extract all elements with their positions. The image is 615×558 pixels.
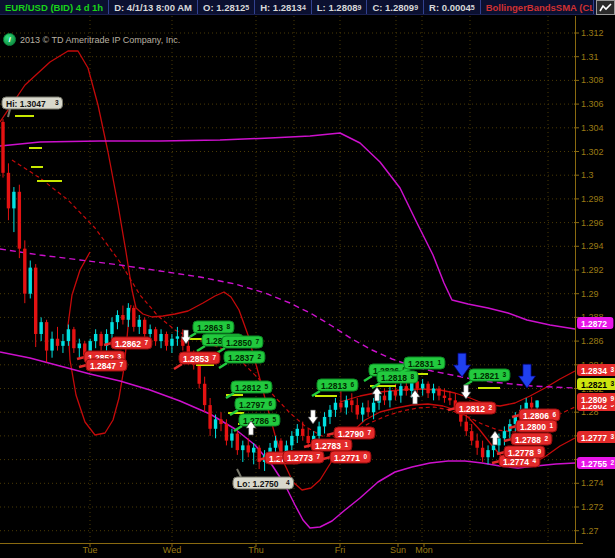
candle-body xyxy=(290,436,293,445)
red-price-label: 1.28001 xyxy=(509,420,557,432)
day-label: Fri xyxy=(335,545,346,555)
candle-body xyxy=(361,407,364,414)
candle-body xyxy=(383,396,386,401)
field-high-label: H: xyxy=(260,2,270,13)
label-text: 1.2812 xyxy=(235,383,261,393)
candle-body xyxy=(132,308,135,327)
green-price-label: 1.28213 xyxy=(464,369,510,386)
price-tick-label: 1.312 xyxy=(581,28,604,38)
axis-bubble-frac: 3 xyxy=(610,380,614,387)
field-high-frac: 4 xyxy=(302,4,306,11)
day-label: Thu xyxy=(248,545,264,555)
label-frac: 3 xyxy=(502,371,506,378)
axis-bubble: 1.28343 xyxy=(577,364,615,376)
red-price-label: 1.27737 xyxy=(276,451,324,463)
candle-body xyxy=(39,322,42,334)
label-tail xyxy=(364,376,372,381)
label-tail xyxy=(197,346,205,351)
label-frac: 4 xyxy=(286,479,290,486)
candle-body xyxy=(405,386,408,391)
label-text: 1.2818 xyxy=(381,373,407,383)
label-text: Lo: 1.2750 xyxy=(237,479,279,489)
candle-body xyxy=(121,315,124,320)
chart-canvas[interactable]: 1.3121.311.3081.3061.3041.3021.31.2981.2… xyxy=(0,0,615,558)
label-frac: 7 xyxy=(144,339,148,346)
candle-body xyxy=(366,407,369,412)
candle-body xyxy=(301,429,304,436)
label-frac: 8 xyxy=(410,373,414,380)
label-text: 1.2862 xyxy=(115,339,141,349)
candle-body xyxy=(116,315,119,322)
green-price-label: 1.28507 xyxy=(217,336,263,353)
field-range-label: R: xyxy=(429,2,439,13)
axis-bubble-text: 1.2821 xyxy=(581,380,607,390)
candle-body xyxy=(208,405,211,429)
candle-body xyxy=(334,403,337,410)
chart-style-button[interactable] xyxy=(596,0,615,15)
green-price-label: 1.28136 xyxy=(312,379,358,396)
price-tick-label: 1.3 xyxy=(581,170,594,180)
price-tick-label: 1.298 xyxy=(581,194,604,204)
label-frac: 5 xyxy=(264,383,268,390)
red-price-label: 1.28122 xyxy=(448,402,496,414)
field-low-frac: 9 xyxy=(357,4,361,11)
field-open-label: O: xyxy=(203,2,214,13)
field-date-label: D: xyxy=(114,2,124,13)
field-high-value: 1.2813 xyxy=(273,2,302,13)
label-frac: 5 xyxy=(272,416,276,423)
candle-body xyxy=(465,422,468,431)
label-frac: 2 xyxy=(488,404,492,411)
candle-body xyxy=(148,329,151,334)
field-close-label: C: xyxy=(372,2,382,13)
label-text: 1.2773 xyxy=(287,453,313,463)
price-tick-label: 1.304 xyxy=(581,123,604,133)
candle-body xyxy=(236,434,239,451)
red-price-label: 1.27789 xyxy=(497,446,545,458)
label-text: 1.2790 xyxy=(338,429,364,439)
candle-body xyxy=(399,386,402,395)
candle-body xyxy=(388,391,391,400)
bollinger-upper-magenta xyxy=(0,133,575,329)
candle-body xyxy=(219,419,222,424)
price-tick-label: 1.296 xyxy=(581,218,604,228)
symbol-label: EUR/USD (BID) 4 d 1h xyxy=(0,0,109,14)
label-frac: 7 xyxy=(316,453,320,460)
label-frac: 7 xyxy=(367,429,371,436)
blue-down-arrow xyxy=(454,353,471,377)
day-label: Sun xyxy=(390,545,406,555)
red-price-label: 1.28477 xyxy=(79,359,127,371)
candle-body xyxy=(274,441,277,448)
candle-body xyxy=(56,339,59,346)
candle-body xyxy=(12,192,15,209)
axis-bubble: 1.2872 xyxy=(577,317,613,329)
candle-body xyxy=(198,365,201,384)
label-frac: 3 xyxy=(55,99,59,106)
label-frac: 1 xyxy=(344,441,348,448)
info-icon: i xyxy=(3,33,16,46)
price-tick-label: 1.27 xyxy=(581,526,599,536)
axis-bubble-frac: 2 xyxy=(610,459,614,466)
label-frac: 1 xyxy=(549,422,553,429)
field-low-value: 1.2808 xyxy=(328,2,357,13)
zigzag-chart-icon xyxy=(599,3,612,13)
candle-body xyxy=(34,268,37,334)
candle-body xyxy=(230,434,233,441)
price-tick-label: 1.302 xyxy=(581,147,604,157)
label-text: 1.2847 xyxy=(90,361,116,371)
candle-body xyxy=(99,334,102,346)
label-frac: 2 xyxy=(544,435,548,442)
field-close-frac: 9 xyxy=(414,4,418,11)
label-tail xyxy=(174,364,182,369)
field-date: D: 4/1/13 8:00 AM xyxy=(109,0,198,14)
field-open-value: 1.2812 xyxy=(216,2,245,13)
label-text: 1.2837 xyxy=(228,353,254,363)
field-close: C: 1.28099 xyxy=(367,0,424,14)
candle-body xyxy=(503,431,506,438)
candle-body xyxy=(1,122,4,173)
candle-body xyxy=(138,320,141,327)
candle-body xyxy=(225,424,228,441)
candle-body xyxy=(350,400,353,405)
candle-body xyxy=(339,403,342,408)
candle-body xyxy=(78,343,81,348)
axis-bubble-text: 1.2834 xyxy=(581,366,607,376)
